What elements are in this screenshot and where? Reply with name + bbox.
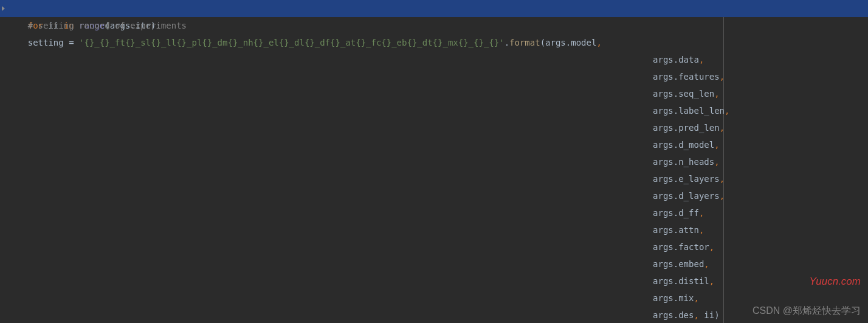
indent [7, 276, 653, 286]
ident-args: args [653, 242, 673, 252]
indent [7, 55, 653, 64]
ident-args: args [653, 310, 673, 320]
code-line-arg[interactable]: args.n_heads, [0, 153, 868, 170]
dot: . [673, 174, 678, 184]
code-line-arg[interactable]: args.d_layers, [0, 187, 868, 204]
comma: , [699, 55, 704, 64]
attr-d_layers: d_layers [678, 191, 719, 201]
equals: = [64, 38, 79, 47]
dot: . [505, 38, 509, 47]
indent [7, 106, 653, 116]
dot: . [673, 208, 678, 218]
ident-args: args [653, 106, 673, 116]
code-line-arg[interactable]: args.pred_len, [0, 119, 868, 136]
attr-data: data [678, 55, 699, 64]
dot: . [673, 72, 678, 82]
indent [7, 123, 653, 133]
dot: . [673, 242, 678, 252]
ident-args: args [653, 259, 673, 269]
code-line-arg[interactable]: args.e_layers, [0, 170, 868, 187]
code-line-arg[interactable]: args.attn, [0, 221, 868, 238]
fold-arrow-icon[interactable] [0, 0, 7, 17]
dot: . [673, 89, 678, 99]
indent [7, 242, 653, 252]
code-line-arg[interactable]: args.d_model, [0, 136, 868, 153]
dot: . [673, 276, 678, 286]
attr-features: features [678, 72, 719, 82]
attr-n_heads: n_heads [678, 157, 714, 167]
ident-args: args [653, 276, 673, 286]
dot: . [673, 310, 678, 320]
ident-args: args [653, 208, 673, 218]
indent [7, 208, 653, 218]
comma: , [694, 293, 698, 303]
code-line-last[interactable]: args.des, ii) [0, 307, 868, 323]
ident-args: args [653, 191, 673, 201]
code-line-arg[interactable]: args.embed, [0, 255, 868, 273]
code-line-arg[interactable]: args.features, [0, 68, 868, 85]
ident-args: args [653, 55, 673, 64]
indent [7, 72, 653, 82]
dot: . [673, 123, 678, 133]
attr-d_model: d_model [678, 140, 714, 150]
attr-des: des [678, 310, 694, 320]
ident-args: args [653, 293, 673, 303]
comma: , [714, 140, 719, 150]
ident-ii: ii [704, 310, 714, 320]
ident-args: args [653, 89, 673, 99]
code-editor[interactable]: for ii in range(args.itr): # setting rec… [0, 0, 868, 323]
comma: , [714, 89, 719, 99]
comma: , [725, 106, 729, 116]
comma: , [720, 174, 725, 184]
attr-attn: attn [678, 225, 699, 235]
attr-mix: mix [678, 293, 694, 303]
dot: . [566, 38, 571, 47]
lparen: ( [540, 38, 545, 47]
attr-e_layers: e_layers [678, 174, 719, 184]
indent [7, 225, 653, 235]
dot: . [673, 106, 678, 116]
code-line-arg[interactable]: args.mix, [0, 290, 868, 307]
comma: , [720, 123, 725, 133]
indent [7, 174, 653, 184]
indent [7, 157, 653, 167]
attr-label_len: label_len [678, 106, 725, 116]
code-line-1[interactable]: for ii in range(args.itr): [0, 0, 868, 17]
indent [7, 89, 653, 99]
comma: , [720, 72, 725, 82]
attr-factor: factor [678, 242, 709, 252]
indent [7, 140, 653, 150]
code-line-arg[interactable]: args.data, [0, 51, 868, 68]
attr-seq_len: seq_len [678, 89, 714, 99]
ident-args: args [545, 38, 566, 47]
format-string: '{}_{}_ft{}_sl{}_ll{}_pl{}_dm{}_nh{}_el{… [79, 38, 505, 47]
rparen: ) [714, 310, 719, 320]
code-line-arg[interactable]: args.distil, [0, 273, 868, 290]
code-line-arg[interactable]: args.seq_len, [0, 85, 868, 102]
comma: , [720, 191, 725, 201]
ident-args: args [653, 174, 673, 184]
indent [7, 21, 28, 30]
indent [7, 259, 653, 269]
attr-pred_len: pred_len [678, 123, 719, 133]
attr-d_ff: d_ff [678, 208, 699, 218]
attr-model: model [571, 38, 596, 47]
code-line-2[interactable]: # setting record of experiments [0, 17, 868, 34]
code-line-arg[interactable]: args.d_ff, [0, 204, 868, 221]
comma: , [709, 276, 714, 286]
comma: , [699, 208, 704, 218]
code-line-arg[interactable]: args.factor, [0, 238, 868, 255]
ident-args: args [653, 225, 673, 235]
code-line-3[interactable]: setting = '{}_{}_ft{}_sl{}_ll{}_pl{}_dm{… [0, 34, 868, 51]
comma: , [699, 225, 704, 235]
comma: , [714, 157, 719, 167]
comma: , [704, 259, 709, 269]
comma: , [709, 242, 714, 252]
indent [7, 310, 653, 320]
dot: . [673, 225, 678, 235]
ident-args: args [653, 123, 673, 133]
code-line-arg[interactable]: args.label_len, [0, 102, 868, 119]
dot: . [673, 140, 678, 150]
dot: . [673, 293, 678, 303]
dot: . [673, 55, 678, 64]
